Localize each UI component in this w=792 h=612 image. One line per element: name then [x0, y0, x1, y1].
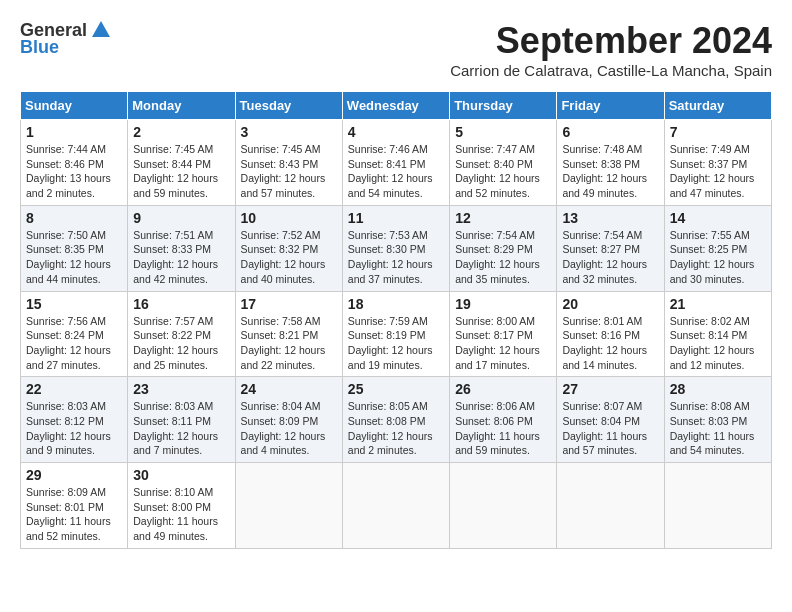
table-row: 2Sunrise: 7:45 AMSunset: 8:44 PMDaylight… [128, 120, 235, 206]
day-info: Sunrise: 7:54 AMSunset: 8:29 PMDaylight:… [455, 228, 551, 287]
day-info: Sunrise: 8:05 AMSunset: 8:08 PMDaylight:… [348, 399, 444, 458]
day-info: Sunrise: 7:45 AMSunset: 8:43 PMDaylight:… [241, 142, 337, 201]
table-row: 18Sunrise: 7:59 AMSunset: 8:19 PMDayligh… [342, 291, 449, 377]
table-row: 30Sunrise: 8:10 AMSunset: 8:00 PMDayligh… [128, 463, 235, 549]
month-title: September 2024 [450, 20, 772, 62]
day-number: 25 [348, 381, 444, 397]
day-number: 29 [26, 467, 122, 483]
day-info: Sunrise: 8:03 AMSunset: 8:12 PMDaylight:… [26, 399, 122, 458]
col-saturday: Saturday [664, 92, 771, 120]
page-header: General Blue September 2024 Carrion de C… [20, 20, 772, 87]
table-row: 7Sunrise: 7:49 AMSunset: 8:37 PMDaylight… [664, 120, 771, 206]
table-row: 21Sunrise: 8:02 AMSunset: 8:14 PMDayligh… [664, 291, 771, 377]
table-row: 11Sunrise: 7:53 AMSunset: 8:30 PMDayligh… [342, 205, 449, 291]
table-row: 20Sunrise: 8:01 AMSunset: 8:16 PMDayligh… [557, 291, 664, 377]
day-info: Sunrise: 7:50 AMSunset: 8:35 PMDaylight:… [26, 228, 122, 287]
day-number: 6 [562, 124, 658, 140]
day-info: Sunrise: 8:03 AMSunset: 8:11 PMDaylight:… [133, 399, 229, 458]
day-number: 13 [562, 210, 658, 226]
table-row: 14Sunrise: 7:55 AMSunset: 8:25 PMDayligh… [664, 205, 771, 291]
day-info: Sunrise: 7:49 AMSunset: 8:37 PMDaylight:… [670, 142, 766, 201]
day-number: 21 [670, 296, 766, 312]
table-row [235, 463, 342, 549]
day-info: Sunrise: 7:51 AMSunset: 8:33 PMDaylight:… [133, 228, 229, 287]
col-thursday: Thursday [450, 92, 557, 120]
day-number: 20 [562, 296, 658, 312]
table-row: 17Sunrise: 7:58 AMSunset: 8:21 PMDayligh… [235, 291, 342, 377]
day-info: Sunrise: 8:10 AMSunset: 8:00 PMDaylight:… [133, 485, 229, 544]
day-info: Sunrise: 8:04 AMSunset: 8:09 PMDaylight:… [241, 399, 337, 458]
table-row: 3Sunrise: 7:45 AMSunset: 8:43 PMDaylight… [235, 120, 342, 206]
col-sunday: Sunday [21, 92, 128, 120]
logo-blue-text: Blue [20, 37, 59, 58]
day-info: Sunrise: 7:48 AMSunset: 8:38 PMDaylight:… [562, 142, 658, 201]
day-info: Sunrise: 8:07 AMSunset: 8:04 PMDaylight:… [562, 399, 658, 458]
day-info: Sunrise: 7:45 AMSunset: 8:44 PMDaylight:… [133, 142, 229, 201]
day-info: Sunrise: 8:01 AMSunset: 8:16 PMDaylight:… [562, 314, 658, 373]
day-info: Sunrise: 7:59 AMSunset: 8:19 PMDaylight:… [348, 314, 444, 373]
table-row: 27Sunrise: 8:07 AMSunset: 8:04 PMDayligh… [557, 377, 664, 463]
day-number: 11 [348, 210, 444, 226]
logo-icon [90, 19, 112, 41]
day-number: 28 [670, 381, 766, 397]
table-row: 24Sunrise: 8:04 AMSunset: 8:09 PMDayligh… [235, 377, 342, 463]
day-number: 27 [562, 381, 658, 397]
day-number: 4 [348, 124, 444, 140]
day-info: Sunrise: 7:54 AMSunset: 8:27 PMDaylight:… [562, 228, 658, 287]
day-info: Sunrise: 7:55 AMSunset: 8:25 PMDaylight:… [670, 228, 766, 287]
day-info: Sunrise: 8:00 AMSunset: 8:17 PMDaylight:… [455, 314, 551, 373]
table-row: 26Sunrise: 8:06 AMSunset: 8:06 PMDayligh… [450, 377, 557, 463]
table-row: 10Sunrise: 7:52 AMSunset: 8:32 PMDayligh… [235, 205, 342, 291]
day-number: 15 [26, 296, 122, 312]
table-row: 22Sunrise: 8:03 AMSunset: 8:12 PMDayligh… [21, 377, 128, 463]
col-monday: Monday [128, 92, 235, 120]
day-info: Sunrise: 8:06 AMSunset: 8:06 PMDaylight:… [455, 399, 551, 458]
day-info: Sunrise: 7:44 AMSunset: 8:46 PMDaylight:… [26, 142, 122, 201]
day-number: 23 [133, 381, 229, 397]
table-row [450, 463, 557, 549]
table-row: 15Sunrise: 7:56 AMSunset: 8:24 PMDayligh… [21, 291, 128, 377]
day-number: 1 [26, 124, 122, 140]
day-number: 19 [455, 296, 551, 312]
day-number: 30 [133, 467, 229, 483]
day-number: 8 [26, 210, 122, 226]
col-wednesday: Wednesday [342, 92, 449, 120]
day-info: Sunrise: 7:53 AMSunset: 8:30 PMDaylight:… [348, 228, 444, 287]
day-info: Sunrise: 8:09 AMSunset: 8:01 PMDaylight:… [26, 485, 122, 544]
location-title: Carrion de Calatrava, Castille-La Mancha… [450, 62, 772, 79]
table-row [664, 463, 771, 549]
day-number: 7 [670, 124, 766, 140]
table-row: 5Sunrise: 7:47 AMSunset: 8:40 PMDaylight… [450, 120, 557, 206]
day-number: 26 [455, 381, 551, 397]
table-row: 4Sunrise: 7:46 AMSunset: 8:41 PMDaylight… [342, 120, 449, 206]
table-row: 16Sunrise: 7:57 AMSunset: 8:22 PMDayligh… [128, 291, 235, 377]
table-row: 8Sunrise: 7:50 AMSunset: 8:35 PMDaylight… [21, 205, 128, 291]
day-number: 22 [26, 381, 122, 397]
table-row [342, 463, 449, 549]
day-number: 18 [348, 296, 444, 312]
day-info: Sunrise: 7:58 AMSunset: 8:21 PMDaylight:… [241, 314, 337, 373]
day-info: Sunrise: 7:57 AMSunset: 8:22 PMDaylight:… [133, 314, 229, 373]
day-info: Sunrise: 7:46 AMSunset: 8:41 PMDaylight:… [348, 142, 444, 201]
logo: General Blue [20, 20, 112, 58]
table-row: 19Sunrise: 8:00 AMSunset: 8:17 PMDayligh… [450, 291, 557, 377]
table-row [557, 463, 664, 549]
calendar-table: Sunday Monday Tuesday Wednesday Thursday… [20, 91, 772, 549]
day-number: 16 [133, 296, 229, 312]
day-info: Sunrise: 8:08 AMSunset: 8:03 PMDaylight:… [670, 399, 766, 458]
day-info: Sunrise: 7:52 AMSunset: 8:32 PMDaylight:… [241, 228, 337, 287]
day-number: 17 [241, 296, 337, 312]
day-info: Sunrise: 7:56 AMSunset: 8:24 PMDaylight:… [26, 314, 122, 373]
day-number: 12 [455, 210, 551, 226]
table-row: 23Sunrise: 8:03 AMSunset: 8:11 PMDayligh… [128, 377, 235, 463]
day-number: 24 [241, 381, 337, 397]
col-tuesday: Tuesday [235, 92, 342, 120]
table-row: 1Sunrise: 7:44 AMSunset: 8:46 PMDaylight… [21, 120, 128, 206]
day-number: 2 [133, 124, 229, 140]
table-row: 6Sunrise: 7:48 AMSunset: 8:38 PMDaylight… [557, 120, 664, 206]
title-block: September 2024 Carrion de Calatrava, Cas… [450, 20, 772, 87]
col-friday: Friday [557, 92, 664, 120]
table-row: 29Sunrise: 8:09 AMSunset: 8:01 PMDayligh… [21, 463, 128, 549]
table-row: 25Sunrise: 8:05 AMSunset: 8:08 PMDayligh… [342, 377, 449, 463]
day-info: Sunrise: 7:47 AMSunset: 8:40 PMDaylight:… [455, 142, 551, 201]
